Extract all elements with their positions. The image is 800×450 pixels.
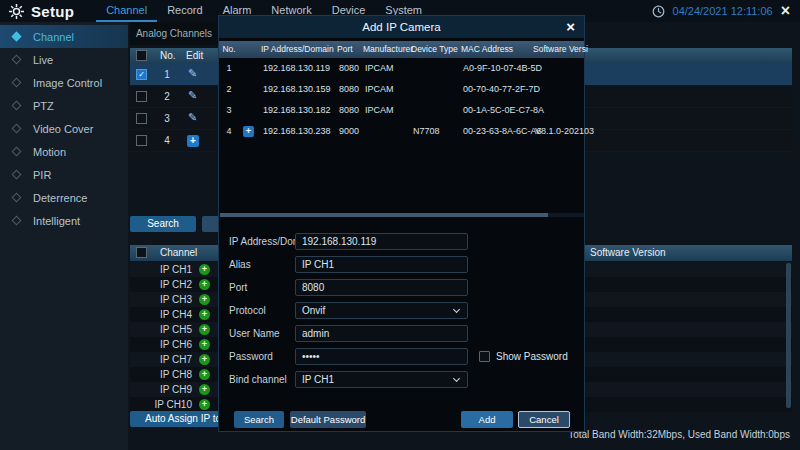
edit-icon[interactable]: ✎: [188, 67, 197, 80]
column-header-mac: MAC Address: [459, 41, 531, 58]
bind-channel-select[interactable]: IP CH1: [295, 371, 468, 388]
horizontal-scrollbar[interactable]: [220, 213, 584, 217]
add-icon[interactable]: +: [199, 324, 210, 335]
username-label: User Name: [229, 325, 280, 342]
row-checkbox[interactable]: [136, 91, 147, 102]
password-field[interactable]: [295, 348, 468, 365]
bind-channel-label: Bind channel: [229, 371, 287, 388]
column-header-edit: Edit: [186, 48, 203, 64]
protocol-select[interactable]: Onvif: [295, 302, 468, 319]
gear-icon: [12, 147, 22, 157]
table-row[interactable]: 3 192.168.130.182 8080 IPCAM 00-1A-5C-0E…: [219, 100, 584, 121]
sidebar-item-channel[interactable]: Channel: [0, 25, 128, 48]
row-checkbox[interactable]: [136, 135, 147, 146]
chevron-down-icon: [453, 306, 460, 313]
close-icon[interactable]: ×: [566, 17, 575, 37]
column-header-no: No.: [219, 41, 239, 58]
edit-icon[interactable]: ✎: [188, 111, 197, 124]
app-window: Setup Channel Record Alarm Network Devic…: [0, 0, 800, 450]
row-checkbox[interactable]: ✓: [136, 69, 147, 80]
page-title: Setup: [31, 3, 74, 20]
username-field[interactable]: [295, 325, 468, 342]
column-header-no: No.: [160, 48, 176, 64]
gear-icon: [12, 32, 22, 42]
alias-label: Alias: [229, 256, 251, 273]
add-icon[interactable]: +: [199, 264, 210, 275]
column-header-software-version: Software Version: [590, 245, 666, 261]
add-icon[interactable]: +: [199, 354, 210, 365]
column-header-software: Software Versi: [531, 41, 586, 58]
port-field[interactable]: [295, 279, 468, 296]
default-password-button[interactable]: Default Password: [290, 411, 366, 428]
close-icon[interactable]: ×: [781, 3, 790, 19]
gear-icon: [12, 170, 22, 180]
chevron-down-icon: [453, 375, 460, 382]
sidebar-item-image-control[interactable]: Image Control: [0, 71, 128, 94]
gear-icon: [12, 216, 22, 226]
column-header-manufacturer: Manufacturer: [361, 41, 409, 58]
search-button[interactable]: Search: [130, 216, 196, 232]
column-header-device-type: Device Type: [409, 41, 459, 58]
clock-icon: [652, 5, 665, 18]
sidebar-item-deterrence[interactable]: Deterrence: [0, 186, 128, 209]
sidebar-item-ptz[interactable]: PTZ: [0, 94, 128, 117]
cancel-button[interactable]: Cancel: [518, 411, 570, 428]
edit-icon[interactable]: ✎: [188, 89, 197, 102]
select-all-checkbox[interactable]: [136, 50, 147, 61]
add-icon[interactable]: +: [199, 399, 210, 410]
sidebar-item-live[interactable]: Live: [0, 48, 128, 71]
add-icon[interactable]: +: [199, 384, 210, 395]
sidebar: Channel Live Image Control PTZ Video Cov…: [0, 22, 128, 450]
show-password-checkbox[interactable]: [479, 351, 490, 362]
add-icon[interactable]: +: [243, 126, 254, 137]
gear-icon: [12, 101, 22, 111]
vertical-scrollbar[interactable]: [786, 263, 791, 408]
add-icon[interactable]: +: [199, 294, 210, 305]
show-password-label: Show Password: [496, 348, 568, 365]
sidebar-item-intelligent[interactable]: Intelligent: [0, 209, 128, 232]
row-checkbox[interactable]: [136, 113, 147, 124]
add-button[interactable]: Add: [461, 411, 513, 428]
gear-icon: [12, 124, 22, 134]
ip-address-field[interactable]: [295, 233, 468, 250]
bandwidth-status: Total Band Width:32Mbps, Used Band Width…: [568, 429, 790, 440]
gear-icon: [12, 193, 22, 203]
add-icon[interactable]: +: [199, 339, 210, 350]
column-header-channel: Channel: [160, 245, 197, 261]
dialog-title: Add IP Camera: [219, 16, 584, 38]
add-icon[interactable]: +: [187, 135, 199, 147]
gear-icon: [12, 55, 22, 65]
search-button[interactable]: Search: [234, 411, 284, 428]
datetime-display: 04/24/2021 12:11:06: [673, 5, 773, 17]
sidebar-item-video-cover[interactable]: Video Cover: [0, 117, 128, 140]
add-ip-camera-dialog: Add IP Camera × No. IP Address/Domain Po…: [218, 15, 585, 432]
tab-analog-channels[interactable]: Analog Channels: [130, 22, 218, 45]
add-icon[interactable]: +: [199, 279, 210, 290]
table-row[interactable]: 4 + 192.168.130.238 9000 N7708 00-23-63-…: [219, 121, 584, 142]
password-label: Password: [229, 348, 273, 365]
select-all-checkbox[interactable]: [136, 247, 147, 258]
dialog-header: Add IP Camera ×: [219, 16, 584, 38]
nav-channel[interactable]: Channel: [96, 0, 157, 22]
column-header-add: [239, 41, 259, 58]
nav-record[interactable]: Record: [157, 0, 212, 22]
camera-table-header: No. IP Address/Domain Port Manufacturer …: [219, 41, 584, 58]
add-icon[interactable]: +: [199, 369, 210, 380]
alias-field[interactable]: [295, 256, 468, 273]
column-header-ip: IP Address/Domain: [259, 41, 335, 58]
table-row[interactable]: 1 192.168.130.119 8080 IPCAM A0-9F-10-07…: [219, 58, 584, 79]
add-icon[interactable]: +: [199, 309, 210, 320]
sidebar-item-motion[interactable]: Motion: [0, 140, 128, 163]
protocol-label: Protocol: [229, 302, 266, 319]
port-label: Port: [229, 279, 247, 296]
sidebar-item-pir[interactable]: PIR: [0, 163, 128, 186]
table-row[interactable]: 2 192.168.130.159 8080 IPCAM 00-70-40-77…: [219, 79, 584, 100]
gear-icon: [9, 4, 24, 19]
column-header-port: Port: [335, 41, 361, 58]
gear-icon: [12, 78, 22, 88]
